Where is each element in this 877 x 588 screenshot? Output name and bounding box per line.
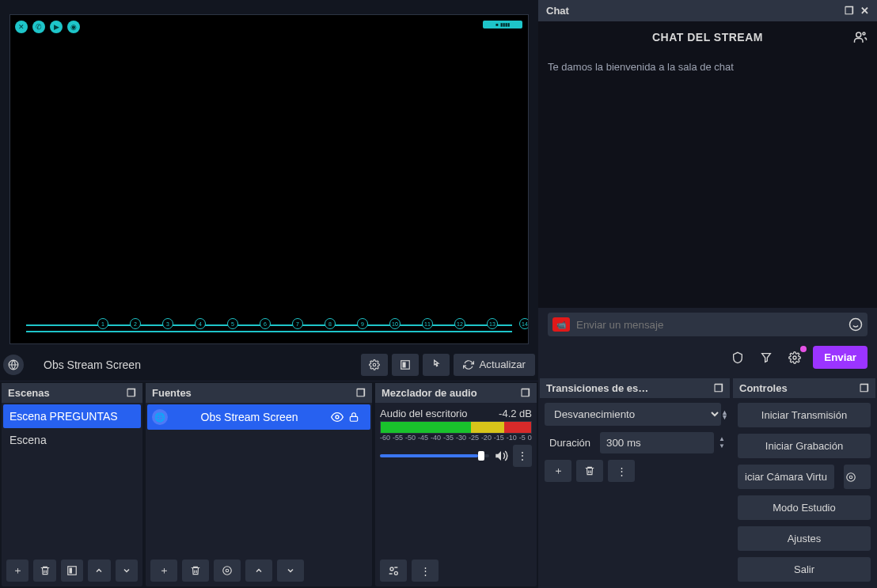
studio-mode-button[interactable]: Modo Estudio <box>738 495 871 520</box>
chat-message-input[interactable] <box>576 319 842 331</box>
audio-meter <box>380 421 532 434</box>
close-icon[interactable]: ✕ <box>860 5 869 17</box>
svg-point-11 <box>394 571 397 575</box>
preview-area[interactable]: ✕✆▶◉ ■ ▮▮▮▮ 123456789101112131415 <box>0 0 538 348</box>
start-stream-button[interactable]: Iniciar Transmisión <box>738 403 871 427</box>
refresh-button[interactable]: Actualizar <box>454 354 535 376</box>
overlay-number-line: 123456789101112131415 <box>97 318 529 329</box>
svg-point-16 <box>849 476 852 479</box>
svg-point-8 <box>226 569 229 572</box>
transitions-title: Transiciones de es… <box>546 382 648 394</box>
visibility-toggle[interactable] <box>331 411 348 423</box>
svg-point-17 <box>847 472 856 481</box>
svg-rect-5 <box>70 568 71 573</box>
sources-dock: Fuentes ❐ 🌐 Obs Stream Screen ＋ <box>146 383 372 586</box>
emoji-icon[interactable] <box>849 317 863 332</box>
camera-icon[interactable]: 📹 <box>552 317 570 332</box>
globe-icon <box>3 355 24 375</box>
scene-up-button[interactable] <box>88 560 110 582</box>
popout-icon[interactable]: ❐ <box>860 382 869 394</box>
audio-menu-button[interactable]: ⋮ <box>412 560 438 582</box>
duration-spinner[interactable]: ▲▼ <box>719 436 725 450</box>
speaker-icon[interactable] <box>494 449 508 463</box>
audio-track-name: Audio del escritorio <box>380 408 468 419</box>
chat-messages: Te damos la bienvenida a la sala de chat <box>538 53 877 308</box>
globe-icon: 🌐 <box>152 409 168 425</box>
overlay-status-icons: ✕✆▶◉ <box>15 21 80 33</box>
duration-label: Duración <box>545 434 595 452</box>
audio-title: Mezclador de audio <box>382 387 477 399</box>
audio-options-button[interactable]: ⋮ <box>513 445 532 467</box>
virtual-cam-settings-button[interactable] <box>844 465 871 489</box>
shield-icon[interactable] <box>727 347 748 368</box>
transition-menu-button[interactable]: ⋮ <box>608 460 635 482</box>
chat-settings-icon[interactable] <box>784 347 805 368</box>
refresh-icon <box>463 359 474 370</box>
transition-select[interactable]: Desvanecimiento <box>545 403 721 426</box>
scene-item[interactable]: Escena <box>3 428 141 452</box>
audio-mixer-dock: Mezclador de audio ❐ Audio del escritori… <box>375 383 537 586</box>
source-toolbar: Obs Stream Screen Actualizar <box>0 348 538 381</box>
popout-icon[interactable]: ❐ <box>714 382 723 394</box>
add-transition-button[interactable]: ＋ <box>545 460 571 482</box>
exit-button[interactable]: Salir <box>738 557 871 582</box>
volume-slider[interactable] <box>380 454 489 457</box>
svg-point-15 <box>793 356 796 359</box>
remove-transition-button[interactable] <box>576 460 603 482</box>
source-properties-button[interactable] <box>214 560 241 582</box>
sources-title: Fuentes <box>152 387 192 399</box>
scene-down-button[interactable] <box>116 560 138 582</box>
start-recording-button[interactable]: Iniciar Grabación <box>738 434 871 458</box>
svg-point-12 <box>856 32 861 37</box>
popout-icon[interactable]: ❐ <box>356 387 366 399</box>
people-icon[interactable] <box>853 30 868 44</box>
svg-point-1 <box>374 363 377 366</box>
preview-canvas[interactable]: ✕✆▶◉ ■ ▮▮▮▮ 123456789101112131415 <box>9 14 529 344</box>
source-item[interactable]: 🌐 Obs Stream Screen <box>147 404 370 430</box>
svg-point-9 <box>223 567 232 575</box>
popout-icon[interactable]: ❐ <box>845 5 854 17</box>
popout-icon[interactable]: ❐ <box>127 387 136 399</box>
duration-input[interactable] <box>600 432 714 453</box>
svg-point-10 <box>390 567 393 571</box>
audio-ticks: -60-55-50-45-40-35-30-25-20-15-10-50 <box>377 434 535 442</box>
source-down-button[interactable] <box>277 560 304 582</box>
stream-chat-header: CHAT DEL STREAM <box>538 21 877 53</box>
remove-scene-button[interactable] <box>33 560 55 582</box>
audio-db-value: -4.2 dB <box>499 408 532 419</box>
lock-toggle[interactable] <box>348 412 366 423</box>
svg-rect-7 <box>350 416 357 421</box>
selected-source-label: Obs Stream Screen <box>28 358 357 371</box>
controls-dock: Controles ❐ Iniciar Transmisión Iniciar … <box>733 378 875 586</box>
source-settings-button[interactable] <box>361 354 388 376</box>
chat-send-button[interactable]: Enviar <box>813 346 868 369</box>
transitions-dock: Transiciones de es… ❐ Desvanecimiento ▲▼… <box>540 378 730 586</box>
scenes-dock: Escenas ❐ Escena PREGUNTAS Escena ＋ <box>2 383 142 586</box>
remove-source-button[interactable] <box>182 560 209 582</box>
svg-point-13 <box>863 32 865 35</box>
controls-title: Controles <box>739 382 788 394</box>
chat-panel-header: Chat ❐ ✕ <box>538 0 877 21</box>
chat-welcome-msg: Te damos la bienvenida a la sala de chat <box>548 61 868 73</box>
overlay-badge: ■ ▮▮▮▮ <box>483 21 522 28</box>
chat-input-row: 📹 <box>548 313 868 336</box>
filter-icon[interactable] <box>756 347 776 368</box>
settings-button[interactable]: Ajustes <box>738 526 871 551</box>
source-layout-button[interactable] <box>392 354 419 376</box>
add-scene-button[interactable]: ＋ <box>6 560 28 582</box>
svg-point-14 <box>850 319 862 331</box>
svg-rect-3 <box>404 362 406 367</box>
svg-point-6 <box>336 415 339 419</box>
scene-filters-button[interactable] <box>61 560 83 582</box>
chat-panel-title: Chat <box>546 5 569 17</box>
popout-icon[interactable]: ❐ <box>521 387 530 399</box>
virtual-cam-button[interactable]: iciar Cámara Virtu <box>738 465 834 489</box>
scenes-title: Escenas <box>8 387 50 399</box>
source-interact-button[interactable] <box>423 354 450 376</box>
scene-item[interactable]: Escena PREGUNTAS <box>3 404 141 428</box>
audio-advanced-button[interactable] <box>380 560 407 582</box>
add-source-button[interactable]: ＋ <box>150 560 177 582</box>
source-up-button[interactable] <box>245 560 272 582</box>
